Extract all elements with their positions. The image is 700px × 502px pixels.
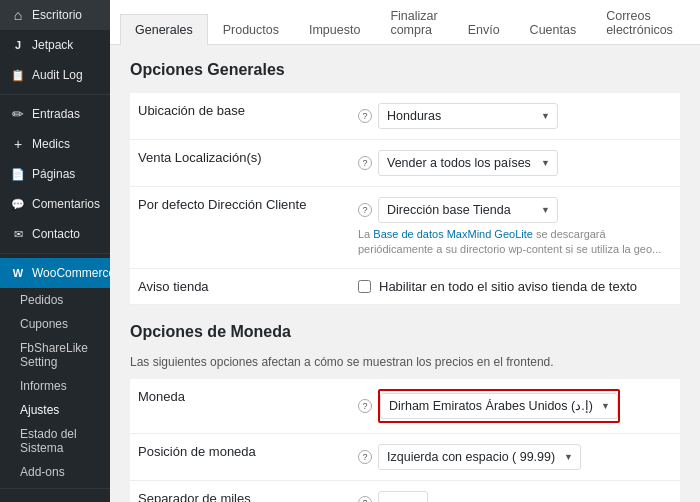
sidebar-sub-cupones[interactable]: Cupones: [0, 312, 110, 336]
info-icon-direccion[interactable]: ?: [358, 203, 372, 217]
table-row: Por defecto Dirección Cliente ? Direcció…: [130, 187, 680, 269]
tab-cuentas[interactable]: Cuentas: [515, 14, 592, 45]
table-row: Ubicación de base ? Honduras: [130, 93, 680, 140]
sidebar-sub-informes[interactable]: Informes: [0, 374, 110, 398]
tab-envio[interactable]: Envío: [453, 14, 515, 45]
entradas-icon: ✏: [10, 106, 26, 122]
table-row: Moneda ? Dirham Emiratos Árabes Unidos (…: [130, 379, 680, 434]
select-posicion[interactable]: Izquierda con espacio ( 99.99): [378, 444, 581, 470]
field-label-direccion: Por defecto Dirección Cliente: [130, 187, 350, 269]
section-title-generales: Opciones Generales: [130, 61, 680, 79]
sidebar-item-label: WooCommerce: [32, 266, 110, 280]
sidebar-item-label: Páginas: [32, 167, 75, 181]
field-row: ? Honduras: [358, 103, 672, 129]
field-label-ubicacion: Ubicación de base: [130, 93, 350, 140]
sidebar-item-contacto[interactable]: ✉ Contacto: [0, 219, 110, 249]
sidebar-divider: [0, 94, 110, 95]
input-sep-miles[interactable]: [378, 491, 428, 502]
select-wrap-moneda: Dirham Emiratos Árabes Unidos (إ.د): [380, 393, 618, 419]
sidebar-sub-estado[interactable]: Estado del Sistema: [0, 422, 110, 460]
generales-table: Ubicación de base ? Honduras: [130, 93, 680, 305]
field-row: ? Dirham Emiratos Árabes Unidos (إ.د): [358, 389, 672, 423]
tab-generales[interactable]: Generales: [120, 14, 208, 45]
sidebar-item-label: Jetpack: [32, 38, 73, 52]
sidebar-divider-3: [0, 488, 110, 489]
select-moneda[interactable]: Dirham Emiratos Árabes Unidos (إ.د): [380, 393, 618, 419]
woocommerce-icon: W: [10, 265, 26, 281]
sidebar-item-paginas[interactable]: 📄 Páginas: [0, 159, 110, 189]
field-row: ? Vender a todos los países: [358, 150, 672, 176]
select-wrap-ubicacion: Honduras: [378, 103, 558, 129]
field-row: ? Dirección base Tienda: [358, 197, 672, 223]
sidebar: ⌂ Escritorio J Jetpack 📋 Audit Log ✏ Ent…: [0, 0, 110, 502]
sidebar-item-comentarios[interactable]: 💬 Comentarios: [0, 189, 110, 219]
sidebar-item-woocommerce[interactable]: W WooCommerce: [0, 258, 110, 288]
select-wrap-direccion: Dirección base Tienda: [378, 197, 558, 223]
tab-productos[interactable]: Productos: [208, 14, 294, 45]
note-link-geoLite[interactable]: Base de datos MaxMind GeoLite: [373, 228, 533, 240]
table-row: Venta Localización(s) ? Vender a todos l…: [130, 140, 680, 187]
sidebar-item-medics[interactable]: + Medics: [0, 129, 110, 159]
sidebar-item-audit-log[interactable]: 📋 Audit Log: [0, 60, 110, 90]
sidebar-item-label: Audit Log: [32, 68, 83, 82]
moneda-highlight: Dirham Emiratos Árabes Unidos (إ.د): [378, 389, 620, 423]
tab-impuesto[interactable]: Impuesto: [294, 14, 375, 45]
sidebar-item-jetpack[interactable]: J Jetpack: [0, 30, 110, 60]
sidebar-divider-2: [0, 253, 110, 254]
select-wrap-posicion: Izquierda con espacio ( 99.99): [378, 444, 581, 470]
sidebar-sub-pedidos[interactable]: Pedidos: [0, 288, 110, 312]
settings-content: Opciones Generales Ubicación de base ? H…: [110, 45, 700, 502]
info-icon-ubicacion[interactable]: ?: [358, 109, 372, 123]
info-icon-moneda[interactable]: ?: [358, 399, 372, 413]
info-icon-posicion[interactable]: ?: [358, 450, 372, 464]
field-value-ubicacion: ? Honduras: [350, 93, 680, 140]
sidebar-item-entradas[interactable]: ✏ Entradas: [0, 99, 110, 129]
select-venta[interactable]: Vender a todos los países: [378, 150, 558, 176]
field-value-venta: ? Vender a todos los países: [350, 140, 680, 187]
sidebar-item-productos[interactable]: 📦 Productos: [0, 493, 110, 502]
tabs-bar: Generales Productos Impuesto Finalizar c…: [110, 0, 700, 45]
tab-finalizar-compra[interactable]: Finalizar compra: [375, 0, 452, 45]
section-title-moneda: Opciones de Moneda: [130, 323, 680, 341]
comentarios-icon: 💬: [10, 196, 26, 212]
tab-correos[interactable]: Correos electrónicos: [591, 0, 688, 45]
field-row: ? Izquierda con espacio ( 99.99): [358, 444, 672, 470]
field-label-venta: Venta Localización(s): [130, 140, 350, 187]
sidebar-item-label: Comentarios: [32, 197, 100, 211]
info-icon-venta[interactable]: ?: [358, 156, 372, 170]
table-row: Posición de moneda ? Izquierda con espac…: [130, 433, 680, 480]
home-icon: ⌂: [10, 7, 26, 23]
field-value-posicion: ? Izquierda con espacio ( 99.99): [350, 433, 680, 480]
note-direccion: La Base de datos MaxMind GeoLite se desc…: [358, 227, 672, 258]
moneda-table: Moneda ? Dirham Emiratos Árabes Unidos (…: [130, 379, 680, 502]
info-icon-sep-miles[interactable]: ?: [358, 496, 372, 502]
field-label-aviso: Aviso tienda: [130, 268, 350, 304]
paginas-icon: 📄: [10, 166, 26, 182]
field-row: ?: [358, 491, 672, 502]
select-wrap-venta: Vender a todos los países: [378, 150, 558, 176]
field-label-moneda: Moneda: [130, 379, 350, 434]
jetpack-icon: J: [10, 37, 26, 53]
sidebar-item-escritorio[interactable]: ⌂ Escritorio: [0, 0, 110, 30]
sidebar-item-label: Contacto: [32, 227, 80, 241]
field-value-moneda: ? Dirham Emiratos Árabes Unidos (إ.د): [350, 379, 680, 434]
field-value-direccion: ? Dirección base Tienda La Base de datos…: [350, 187, 680, 269]
sidebar-sub-addons[interactable]: Add-ons: [0, 460, 110, 484]
sidebar-sub-fbsharelike[interactable]: FbShareLike Setting: [0, 336, 110, 374]
select-direccion[interactable]: Dirección base Tienda: [378, 197, 558, 223]
checkbox-aviso[interactable]: [358, 280, 371, 293]
medics-icon: +: [10, 136, 26, 152]
main-content: Generales Productos Impuesto Finalizar c…: [110, 0, 700, 502]
audit-icon: 📋: [10, 67, 26, 83]
field-value-aviso: Habilitar en todo el sitio aviso tienda …: [350, 268, 680, 304]
checkbox-label-aviso: Habilitar en todo el sitio aviso tienda …: [379, 279, 637, 294]
tab-api[interactable]: API: [688, 14, 700, 45]
sidebar-item-label: Escritorio: [32, 8, 82, 22]
select-ubicacion[interactable]: Honduras: [378, 103, 558, 129]
checkbox-row-aviso: Habilitar en todo el sitio aviso tienda …: [358, 279, 672, 294]
table-row: Aviso tienda Habilitar en todo el sitio …: [130, 268, 680, 304]
sidebar-sub-ajustes[interactable]: Ajustes: [0, 398, 110, 422]
moneda-description: Las siguientes opciones afectan a cómo s…: [130, 355, 680, 369]
sidebar-item-label: Medics: [32, 137, 70, 151]
field-value-sep-miles: ?: [350, 480, 680, 502]
